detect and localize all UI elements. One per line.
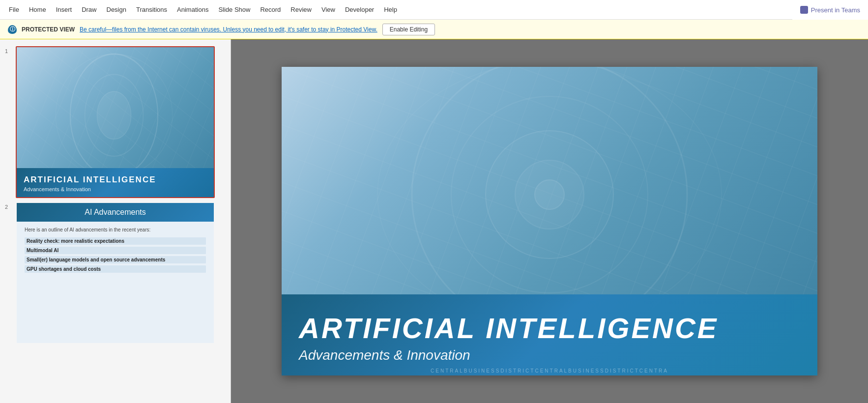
svg-point-14 xyxy=(535,180,564,209)
slide-item-1: 1 xyxy=(0,44,231,200)
menu-insert[interactable]: Insert xyxy=(51,4,77,15)
slide-panel: 1 xyxy=(0,39,231,403)
slide1-subtitle: Advancements & Innovation xyxy=(24,186,207,192)
menu-view[interactable]: View xyxy=(317,4,340,15)
enable-editing-button[interactable]: Enable Editing xyxy=(382,24,435,35)
slide-number-2: 2 xyxy=(5,202,12,210)
menu-file[interactable]: File xyxy=(4,4,24,15)
menu-animations[interactable]: Animations xyxy=(172,4,213,15)
menu-record[interactable]: Record xyxy=(255,4,286,15)
slide1-title: ARTIFICIAL INTELLIGENCE xyxy=(24,175,207,185)
present-in-teams-button[interactable]: Present in Teams xyxy=(792,0,868,20)
teams-icon xyxy=(800,6,808,14)
menu-developer[interactable]: Developer xyxy=(340,4,379,15)
slide2-bullet-4: GPU shortages and cloud costs xyxy=(25,265,206,273)
menu-help[interactable]: Help xyxy=(379,4,402,15)
menu-home[interactable]: Home xyxy=(24,4,51,15)
slide1-preview: ARTIFICIAL INTELLIGENCE Advancements & I… xyxy=(17,47,214,197)
menu-draw[interactable]: Draw xyxy=(77,4,101,15)
menu-transitions[interactable]: Transitions xyxy=(131,4,172,15)
slide2-header-text: AI Advancements xyxy=(24,208,207,217)
slide-number-1: 1 xyxy=(5,46,12,54)
main-layout: 1 xyxy=(0,39,868,403)
slide2-intro: Here is an outline of AI advancements in… xyxy=(25,227,206,233)
slide2-header: AI Advancements xyxy=(17,203,214,222)
slide2-body: Here is an outline of AI advancements in… xyxy=(17,222,214,280)
slide1-title-bar: ARTIFICIAL INTELLIGENCE Advancements & I… xyxy=(17,168,214,197)
menu-slideshow[interactable]: Slide Show xyxy=(213,4,255,15)
menu-design[interactable]: Design xyxy=(102,4,131,15)
protected-view-label: PROTECTED VIEW xyxy=(22,26,75,33)
menu-review[interactable]: Review xyxy=(286,4,317,15)
protected-view-message[interactable]: Be careful—files from the Internet can c… xyxy=(80,26,377,33)
menu-bar: File Home Insert Draw Design Transitions… xyxy=(0,0,868,20)
main-slide-footer: CENTRALBUSINESSDISTRICTCENTRALBUSINESSDI… xyxy=(282,368,817,375)
main-slide: ARTIFICIAL INTELLIGENCE Advancements & I… xyxy=(282,67,817,375)
slide2-bullet-1: Reality check: more realistic expectatio… xyxy=(25,237,206,245)
slide-item-2: 2 AI Advancements Here is an outline of … xyxy=(0,200,231,346)
slide-thumbnail-1[interactable]: ARTIFICIAL INTELLIGENCE Advancements & I… xyxy=(16,46,215,198)
main-slide-title-bar: ARTIFICIAL INTELLIGENCE Advancements & I… xyxy=(282,294,817,375)
slide2-preview: AI Advancements Here is an outline of AI… xyxy=(17,203,214,343)
slide-view-area: ARTIFICIAL INTELLIGENCE Advancements & I… xyxy=(231,39,868,403)
slide2-bullet-2: Multimodal AI xyxy=(25,247,206,254)
present-in-teams-label: Present in Teams xyxy=(811,6,860,14)
main-slide-subtitle: Advancements & Innovation xyxy=(299,347,800,363)
svg-point-5 xyxy=(97,91,131,139)
slide-thumbnail-2[interactable]: AI Advancements Here is an outline of AI… xyxy=(16,202,215,344)
slide2-bullet-3: Small(er) language models and open sourc… xyxy=(25,256,206,263)
main-slide-title: ARTIFICIAL INTELLIGENCE xyxy=(299,312,800,345)
shield-icon: ⓘ xyxy=(8,25,17,34)
protected-view-banner: ⓘ PROTECTED VIEW Be careful—files from t… xyxy=(0,20,868,39)
